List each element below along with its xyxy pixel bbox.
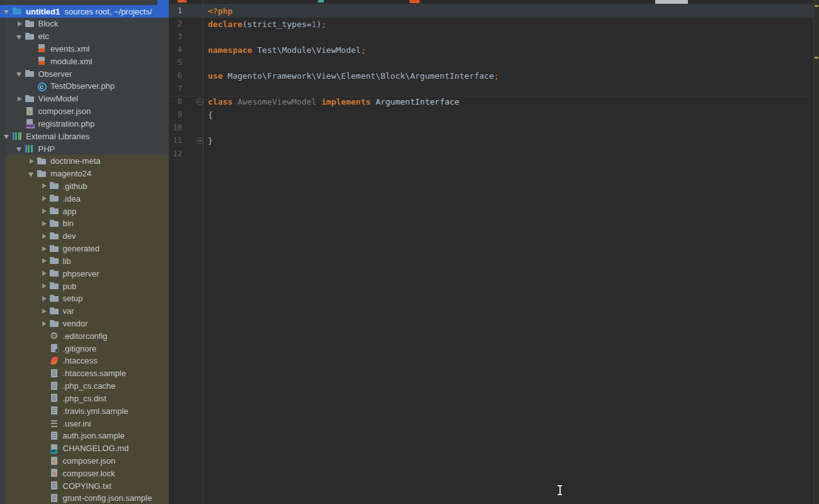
tree-item-phpserver[interactable]: phpserver bbox=[0, 267, 169, 280]
tree-item-composer-lock[interactable]: composer.lock bbox=[0, 467, 169, 479]
project-tree: untitled1sources root, ~/projects/Blocke… bbox=[0, 0, 169, 504]
folder-icon bbox=[49, 319, 60, 329]
chevron-right-icon[interactable] bbox=[40, 319, 49, 329]
tree-item-composer-json[interactable]: composer.json bbox=[0, 455, 169, 467]
tree-item-label: .github bbox=[63, 181, 88, 191]
chevron-right-icon[interactable] bbox=[40, 294, 49, 304]
code-token: declare bbox=[208, 20, 243, 29]
tree-item-changelog-md[interactable]: MDCHANGELOG.md bbox=[0, 442, 169, 455]
tree-item-doctrine-meta[interactable]: doctrine-meta bbox=[0, 155, 169, 168]
line-number[interactable]: 9 bbox=[169, 108, 182, 122]
code-token: ) bbox=[316, 20, 321, 29]
folder-icon bbox=[49, 206, 60, 216]
chevron-right-icon[interactable] bbox=[40, 206, 49, 216]
line-number[interactable]: 8 bbox=[169, 95, 182, 108]
folder-icon bbox=[25, 94, 35, 104]
chevron-spacer bbox=[40, 356, 49, 366]
chevron-down-icon[interactable] bbox=[15, 144, 25, 154]
code-line-8[interactable]: class AwesomeViewModel implements Argume… bbox=[208, 95, 459, 108]
tree-item--idea[interactable]: .idea bbox=[0, 192, 169, 205]
code-token bbox=[316, 97, 321, 106]
chevron-spacer bbox=[40, 468, 49, 478]
line-number[interactable]: 5 bbox=[169, 56, 182, 69]
chevron-right-icon[interactable] bbox=[40, 244, 49, 254]
tree-item-grunt-config-json-sample[interactable]: grunt-config.json.sample bbox=[0, 492, 169, 504]
tree-item-vendor[interactable]: vendor bbox=[0, 318, 169, 330]
chevron-right-icon[interactable] bbox=[40, 306, 49, 316]
chevron-right-icon[interactable] bbox=[27, 156, 37, 166]
line-number[interactable]: 4 bbox=[169, 43, 182, 57]
tree-item-label: .htaccess.sample bbox=[63, 369, 126, 378]
chevron-down-icon[interactable] bbox=[27, 169, 37, 179]
line-number[interactable]: 6 bbox=[169, 69, 182, 83]
tree-item-magento24[interactable]: magento24 bbox=[0, 168, 169, 180]
tree-item-pub[interactable]: pub bbox=[0, 280, 169, 292]
tree-item--php-cs-cache[interactable]: .php_cs.cache bbox=[0, 380, 169, 392]
chevron-right-icon[interactable] bbox=[40, 256, 49, 266]
tree-item--htaccess-sample[interactable]: .htaccess.sample bbox=[0, 367, 169, 380]
folder-icon bbox=[25, 19, 35, 29]
tree-item-registration-php[interactable]: PHPregistration.php bbox=[0, 117, 169, 130]
tree-item-copying-txt[interactable]: COPYING.txt bbox=[0, 479, 169, 492]
code-token: Test\Module\ViewModel bbox=[257, 45, 360, 55]
tree-item-var[interactable]: var bbox=[0, 305, 169, 318]
chevron-down-icon[interactable] bbox=[3, 131, 12, 141]
tree-item-testobserver-php[interactable]: CTestObserver.php bbox=[0, 80, 169, 93]
tree-item-generated[interactable]: generated bbox=[0, 243, 169, 255]
chevron-down-icon[interactable] bbox=[3, 6, 12, 16]
line-number[interactable]: 7 bbox=[169, 83, 182, 96]
tree-item--gitignore[interactable]: .gitignore bbox=[0, 342, 169, 355]
chevron-right-icon[interactable] bbox=[40, 268, 49, 278]
code-line-9[interactable]: { bbox=[208, 108, 213, 122]
line-number[interactable]: 12 bbox=[169, 147, 182, 161]
tree-item-lib[interactable]: lib bbox=[0, 255, 169, 267]
chevron-right-icon[interactable] bbox=[40, 193, 49, 203]
tree-item-setup[interactable]: setup bbox=[0, 292, 169, 305]
tree-item-php[interactable]: PHP bbox=[0, 142, 169, 155]
line-number[interactable]: 2 bbox=[169, 18, 182, 31]
line-number[interactable]: 11 bbox=[169, 134, 182, 147]
code-editor[interactable]: 12345678−91011˄12 <?phpdeclare(strict_ty… bbox=[169, 0, 819, 504]
tree-item--htaccess[interactable]: .htaccess bbox=[0, 355, 169, 367]
code-line-4[interactable]: namespace Test\Module\ViewModel; bbox=[208, 43, 365, 57]
chevron-right-icon[interactable] bbox=[40, 231, 49, 241]
code-line-2[interactable]: declare(strict_types=1); bbox=[208, 18, 326, 31]
tree-item--travis-yml-sample[interactable]: .travis.yml.sample bbox=[0, 404, 169, 417]
warning-stripe-mark[interactable] bbox=[815, 5, 818, 7]
tree-item-composer-json[interactable]: composer.json bbox=[0, 105, 169, 118]
chevron-right-icon[interactable] bbox=[15, 94, 25, 104]
tree-item-bin[interactable]: bin bbox=[0, 217, 169, 230]
chevron-right-icon[interactable] bbox=[40, 219, 49, 229]
tree-item-etc[interactable]: etc bbox=[0, 30, 169, 43]
tree-item-auth-json-sample[interactable]: auth.json.sample bbox=[0, 430, 169, 442]
code-line-1[interactable]: <?php bbox=[208, 4, 232, 18]
tree-item-untitled1[interactable]: untitled1sources root, ~/projects/ bbox=[0, 5, 169, 18]
chevron-right-icon[interactable] bbox=[15, 19, 25, 29]
tree-item-dev[interactable]: dev bbox=[0, 230, 169, 243]
tree-item-viewmodel[interactable]: ViewModel bbox=[0, 93, 169, 105]
tree-item-events-xml[interactable]: events.xml bbox=[0, 42, 169, 55]
error-stripe-scrollbar[interactable] bbox=[813, 0, 819, 504]
tree-item--php-cs-dist[interactable]: .php_cs.dist bbox=[0, 392, 169, 404]
code-line-6[interactable]: use Magento\Framework\View\Element\Block… bbox=[208, 69, 499, 83]
tree-item-block[interactable]: Block bbox=[0, 18, 169, 30]
tree-item-observer[interactable]: Observer bbox=[0, 67, 169, 80]
line-number[interactable]: 3 bbox=[169, 30, 182, 43]
chevron-right-icon[interactable] bbox=[40, 281, 49, 291]
chevron-right-icon[interactable] bbox=[40, 181, 49, 191]
warning-stripe-mark[interactable] bbox=[815, 57, 818, 59]
chevron-down-icon[interactable] bbox=[15, 32, 25, 42]
code-token: use bbox=[208, 71, 222, 81]
tree-item-label: untitled1 bbox=[26, 7, 60, 16]
tree-item-app[interactable]: app bbox=[0, 205, 169, 217]
tree-item--github[interactable]: .github bbox=[0, 180, 169, 192]
tree-item-module-xml[interactable]: module.xml bbox=[0, 55, 169, 67]
code-line-11[interactable]: } bbox=[208, 134, 213, 147]
chevron-down-icon[interactable] bbox=[15, 69, 25, 79]
tree-item-label: Observer bbox=[38, 69, 72, 79]
tree-item--editorconfig[interactable]: .editorconfig bbox=[0, 329, 169, 342]
tree-item--user-ini[interactable]: .user.ini bbox=[0, 417, 169, 430]
line-number[interactable]: 10 bbox=[169, 122, 182, 135]
line-number[interactable]: 1 bbox=[169, 4, 182, 18]
tree-item-external-libraries[interactable]: External Libraries bbox=[0, 130, 169, 142]
